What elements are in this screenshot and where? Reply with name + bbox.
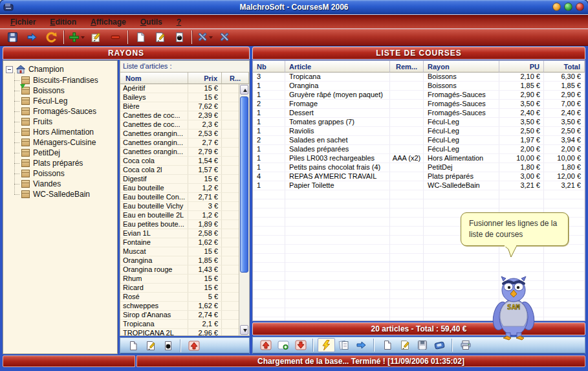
new-article-list-button[interactable]: [124, 339, 142, 353]
article-row[interactable]: Orangina 1,85 €: [120, 256, 239, 265]
tree-root-row[interactable]: Champion: [6, 63, 117, 75]
tree-item-rayon[interactable]: WC-SalledeBain: [20, 189, 117, 199]
article-row[interactable]: Evian 1L 2,58 €: [120, 229, 239, 238]
course-row[interactable]: 3 Tropicana Boissons 2,10 € 6,30 €: [253, 73, 585, 82]
article-row[interactable]: Fontaine 1,62 €: [120, 238, 239, 247]
column-header-article[interactable]: Article: [285, 61, 390, 73]
course-row[interactable]: 4 REPAS AYMERIC TRAVAIL Plats préparés 3…: [253, 172, 585, 181]
article-row[interactable]: Canettes orangin... 2,53 €: [120, 129, 239, 139]
article-row[interactable]: Eau en bouteille 2L 1,2 €: [120, 211, 239, 220]
menu-item[interactable]: ?: [170, 16, 188, 28]
article-row[interactable]: Canettes de coc... 2,39 €: [120, 111, 239, 120]
course-row[interactable]: 1 Salades préparées Fécul-Leg 2,00 € 2,0…: [253, 145, 585, 154]
scroll-up-icon[interactable]: [240, 85, 248, 95]
move-up-button[interactable]: [257, 338, 274, 352]
delete-article-list-button[interactable]: [159, 339, 177, 353]
transfer-button[interactable]: [353, 338, 370, 352]
article-row[interactable]: Coca cola 1,54 €: [120, 157, 239, 166]
article-row[interactable]: schweppes 1,62 €: [120, 302, 239, 311]
export-button[interactable]: [22, 30, 41, 45]
article-row[interactable]: Digestif 15 €: [120, 175, 239, 184]
column-header-rayon[interactable]: R...: [222, 73, 249, 84]
tree-item-rayon[interactable]: Hors Alimentation: [20, 127, 117, 137]
article-row[interactable]: Canettes orangin... 2,79 €: [120, 148, 239, 157]
course-row[interactable]: 2 Salades en sachet Fécul-Leg 1,97 € 3,9…: [253, 136, 585, 145]
article-row[interactable]: Canettes de coc... 2,3 €: [120, 120, 239, 129]
delete-article-button[interactable]: [169, 30, 189, 45]
minimize-button[interactable]: [552, 3, 561, 11]
article-row[interactable]: Apéritif 15 €: [120, 84, 239, 93]
course-row[interactable]: 2 Fromage Fromagés-Sauces 3,50 € 7,00 €: [253, 100, 585, 109]
tree-item-rayon[interactable]: Fécul-Leg: [20, 96, 117, 106]
edit-list-button[interactable]: [396, 338, 413, 352]
scroll-down-icon[interactable]: [240, 325, 248, 335]
edit-article-list-button[interactable]: [142, 339, 159, 353]
save-list-button[interactable]: [413, 338, 431, 352]
article-row[interactable]: Eau bouteille Con... 2,71 €: [120, 193, 239, 202]
course-row[interactable]: 1 Orangina Boissons 1,85 € 1,85 €: [253, 82, 585, 91]
menu-item[interactable]: Fichier: [4, 16, 42, 28]
article-row[interactable]: Bière 7,62 €: [120, 102, 239, 111]
article-row[interactable]: Eau bouteille 1,2 €: [120, 184, 239, 193]
column-header-rayon[interactable]: Rayon: [424, 61, 499, 73]
close-button[interactable]: [576, 3, 584, 11]
tree-item-rayon[interactable]: Biscuits-Friandises: [20, 75, 117, 85]
article-row[interactable]: Rosé 5 €: [120, 293, 239, 302]
merge-lines-button[interactable]: [318, 338, 335, 352]
remove-rayon-button[interactable]: [105, 30, 125, 45]
column-header-pu[interactable]: PU: [499, 61, 544, 73]
move-down-button[interactable]: [292, 338, 309, 352]
article-row[interactable]: Canettes orangin... 2,7 €: [120, 139, 239, 148]
course-row[interactable]: 1 Gruyère râpé (moyen paquet) Fromagés-S…: [253, 91, 585, 100]
article-row[interactable]: Eau bouteille Vichy 3 €: [120, 202, 239, 211]
menu-item[interactable]: Outils: [134, 16, 169, 28]
article-row[interactable]: TROPICANA 2L 2.96 €: [120, 329, 239, 335]
send-to-pda-button[interactable]: [431, 338, 448, 352]
menu-item[interactable]: Affichage: [84, 16, 133, 28]
tree-item-rayon[interactable]: Boissons: [20, 85, 117, 96]
edit-article-button[interactable]: [150, 30, 169, 45]
tools-alt-button[interactable]: [214, 30, 234, 45]
course-row[interactable]: 1 Dessert Fromagés-Sauces 2,40 € 2,40 €: [253, 109, 585, 118]
edit-rayon-button[interactable]: [86, 30, 105, 45]
article-row[interactable]: Orangina rouge 1,43 €: [120, 265, 239, 275]
column-header-rem[interactable]: Rem...: [390, 61, 424, 73]
scrollbar-thumb[interactable]: [240, 96, 248, 273]
add-rayon-button[interactable]: [67, 30, 86, 45]
save-button[interactable]: [3, 30, 22, 45]
course-row[interactable]: 1 Petits pains chocolat frais (4) PetitD…: [253, 163, 585, 172]
tools-dropdown-caret[interactable]: [209, 36, 213, 39]
new-article-button[interactable]: [131, 30, 150, 45]
tree-item-rayon[interactable]: Viandes: [20, 179, 117, 189]
articles-scrollbar[interactable]: [239, 84, 249, 335]
tree-item-rayon[interactable]: Fruits: [20, 117, 117, 127]
tools-button[interactable]: [195, 30, 214, 45]
article-row[interactable]: Tropicana 2,1 €: [120, 320, 239, 329]
maximize-button[interactable]: [564, 3, 572, 11]
title-bar[interactable]: MalchroSoft - CoursesM 2006: [0, 0, 588, 14]
print-button[interactable]: [457, 338, 474, 352]
article-row[interactable]: Baileys 15 €: [120, 93, 239, 102]
column-header-prix[interactable]: Prix: [188, 73, 222, 84]
article-row[interactable]: Rhum 15 €: [120, 275, 239, 284]
add-to-list-button[interactable]: [185, 339, 202, 353]
tree-item-rayon[interactable]: Poissons: [20, 168, 117, 179]
tree-collapse-icon[interactable]: [6, 66, 13, 73]
course-row[interactable]: 1 Piles LR003 rechargeables AAA (x2) Hor…: [253, 154, 585, 163]
menu-item[interactable]: Edition: [43, 16, 83, 28]
new-list-button[interactable]: [378, 338, 396, 352]
owl-mascot[interactable]: SAM: [492, 276, 536, 342]
article-row[interactable]: Muscat 15 €: [120, 247, 239, 256]
column-header-nom[interactable]: Nom: [120, 73, 188, 84]
article-row[interactable]: Sirop d'Ananas 2,74 €: [120, 311, 239, 320]
refresh-button[interactable]: [41, 30, 61, 45]
article-row[interactable]: Coca cola 2l 1,57 €: [120, 166, 239, 175]
course-row[interactable]: 1 Tomates grappes (7) Fécul-Leg 3,50 € 3…: [253, 118, 585, 127]
column-header-nb[interactable]: Nb: [253, 61, 285, 73]
tree-item-rayon[interactable]: PetitDej: [20, 148, 117, 158]
article-row[interactable]: Ricard 15 €: [120, 284, 239, 293]
tree-item-rayon[interactable]: Plats préparés: [20, 158, 117, 168]
tree-item-rayon[interactable]: Ménagers-Cuisine: [20, 137, 117, 148]
add-line-button[interactable]: [274, 338, 292, 352]
course-row[interactable]: 1 Raviolis Fécul-Leg 2,50 € 2,50 €: [253, 127, 585, 136]
